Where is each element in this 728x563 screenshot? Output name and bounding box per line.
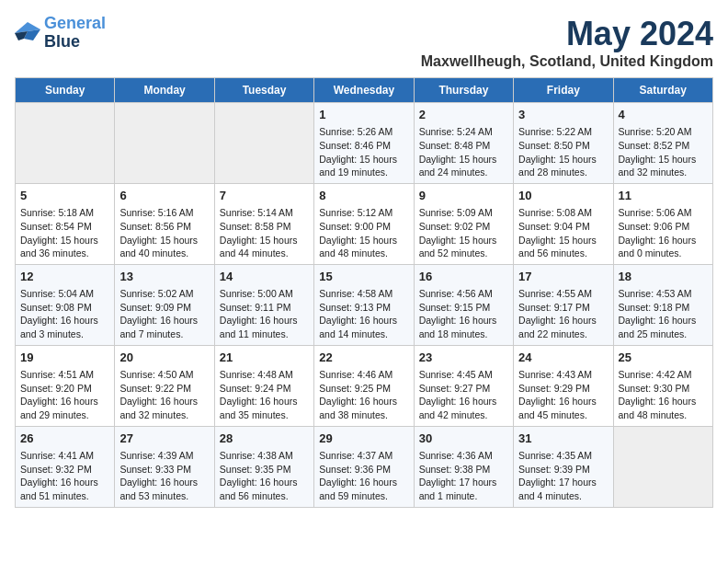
cell-text: and 19 minutes. <box>319 166 408 179</box>
calendar-cell: 3Sunrise: 5:22 AMSunset: 8:50 PMDaylight… <box>514 103 613 184</box>
calendar-cell: 26Sunrise: 4:41 AMSunset: 9:32 PMDayligh… <box>16 426 115 507</box>
cell-text: Sunrise: 4:58 AM <box>319 287 408 301</box>
cell-text: Sunset: 8:48 PM <box>419 139 508 153</box>
cell-text: and 28 minutes. <box>518 166 608 179</box>
day-header-sunday: Sunday <box>16 78 115 103</box>
week-row-4: 19Sunrise: 4:51 AMSunset: 9:20 PMDayligh… <box>16 345 713 426</box>
calendar-cell: 10Sunrise: 5:08 AMSunset: 9:04 PMDayligh… <box>514 183 613 264</box>
cell-text: Daylight: 16 hours <box>20 395 109 408</box>
cell-text: Sunrise: 5:06 AM <box>619 206 708 220</box>
cell-text: Daylight: 16 hours <box>20 314 109 327</box>
cell-text: Sunset: 8:50 PM <box>518 139 608 153</box>
cell-text: Daylight: 15 hours <box>518 234 608 247</box>
cell-text: and 25 minutes. <box>619 327 708 341</box>
calendar-cell <box>214 103 313 184</box>
cell-text: and 29 minutes. <box>20 408 109 422</box>
cell-text: Sunrise: 5:04 AM <box>20 287 109 301</box>
day-number: 31 <box>518 431 608 447</box>
day-number: 1 <box>319 107 408 123</box>
cell-text: Sunset: 9:39 PM <box>518 463 608 477</box>
cell-text: and 40 minutes. <box>119 247 209 260</box>
day-number: 11 <box>619 188 708 204</box>
cell-text: Daylight: 16 hours <box>119 395 209 408</box>
day-number: 19 <box>20 350 109 366</box>
logo: General Blue <box>15 15 106 52</box>
cell-text: and 36 minutes. <box>20 247 109 260</box>
cell-text: Sunset: 9:36 PM <box>319 463 408 477</box>
day-number: 17 <box>518 269 608 285</box>
cell-text: Sunrise: 4:53 AM <box>619 287 708 301</box>
cell-text: Sunset: 8:46 PM <box>319 139 408 153</box>
calendar-cell: 31Sunrise: 4:35 AMSunset: 9:39 PMDayligh… <box>514 426 613 507</box>
cell-text: Sunset: 9:06 PM <box>619 220 708 234</box>
cell-text: Sunrise: 4:45 AM <box>419 368 508 382</box>
cell-text: and 1 minute. <box>419 489 508 503</box>
cell-text: Daylight: 16 hours <box>518 314 608 327</box>
cell-text: and 0 minutes. <box>619 247 708 260</box>
cell-text: Daylight: 16 hours <box>319 476 408 489</box>
calendar-cell: 24Sunrise: 4:43 AMSunset: 9:29 PMDayligh… <box>514 345 613 426</box>
cell-text: Daylight: 16 hours <box>419 314 508 327</box>
cell-text: Sunset: 8:58 PM <box>220 220 309 234</box>
cell-text: Daylight: 16 hours <box>319 395 408 408</box>
calendar-cell <box>16 103 115 184</box>
week-row-5: 26Sunrise: 4:41 AMSunset: 9:32 PMDayligh… <box>16 426 713 507</box>
cell-text: Daylight: 15 hours <box>419 153 508 167</box>
cell-text: Daylight: 17 hours <box>518 476 608 489</box>
cell-text: and 32 minutes. <box>619 166 708 179</box>
cell-text: Sunset: 9:11 PM <box>220 301 309 315</box>
cell-text: Sunset: 9:24 PM <box>220 382 309 396</box>
day-number: 7 <box>220 188 309 204</box>
cell-text: Sunrise: 5:08 AM <box>518 206 608 220</box>
day-number: 6 <box>119 188 209 204</box>
calendar-cell: 8Sunrise: 5:12 AMSunset: 9:00 PMDaylight… <box>314 183 414 264</box>
cell-text: Sunset: 9:13 PM <box>319 301 408 315</box>
cell-text: Sunrise: 4:38 AM <box>220 449 309 463</box>
day-number: 5 <box>20 188 109 204</box>
cell-text: Sunset: 9:25 PM <box>319 382 408 396</box>
calendar-cell: 19Sunrise: 4:51 AMSunset: 9:20 PMDayligh… <box>16 345 115 426</box>
cell-text: Sunrise: 5:18 AM <box>20 206 109 220</box>
cell-text: Daylight: 15 hours <box>619 153 708 167</box>
day-number: 26 <box>20 431 109 447</box>
calendar-cell: 14Sunrise: 5:00 AMSunset: 9:11 PMDayligh… <box>214 264 313 345</box>
calendar-cell: 11Sunrise: 5:06 AMSunset: 9:06 PMDayligh… <box>613 183 712 264</box>
cell-text: Sunset: 9:08 PM <box>20 301 109 315</box>
cell-text: Sunrise: 4:35 AM <box>518 449 608 463</box>
cell-text: Sunrise: 4:42 AM <box>619 368 708 382</box>
calendar-cell: 15Sunrise: 4:58 AMSunset: 9:13 PMDayligh… <box>314 264 414 345</box>
day-number: 13 <box>119 269 209 285</box>
calendar-cell: 6Sunrise: 5:16 AMSunset: 8:56 PMDaylight… <box>115 183 214 264</box>
cell-text: Sunrise: 5:00 AM <box>220 287 309 301</box>
calendar-cell: 2Sunrise: 5:24 AMSunset: 8:48 PMDaylight… <box>414 103 513 184</box>
calendar-cell: 21Sunrise: 4:48 AMSunset: 9:24 PMDayligh… <box>214 345 313 426</box>
cell-text: Sunrise: 5:24 AM <box>419 125 508 139</box>
calendar-cell <box>115 103 214 184</box>
calendar-cell: 9Sunrise: 5:09 AMSunset: 9:02 PMDaylight… <box>414 183 513 264</box>
day-number: 27 <box>119 431 209 447</box>
day-number: 14 <box>220 269 309 285</box>
cell-text: and 35 minutes. <box>220 408 309 422</box>
cell-text: Sunset: 8:54 PM <box>20 220 109 234</box>
day-header-saturday: Saturday <box>613 78 712 103</box>
cell-text: and 44 minutes. <box>220 247 309 260</box>
cell-text: and 7 minutes. <box>119 327 209 341</box>
cell-text: and 56 minutes. <box>220 489 309 503</box>
calendar-cell: 18Sunrise: 4:53 AMSunset: 9:18 PMDayligh… <box>613 264 712 345</box>
cell-text: Daylight: 15 hours <box>419 234 508 247</box>
cell-text: Sunset: 9:29 PM <box>518 382 608 396</box>
cell-text: Sunset: 9:00 PM <box>319 220 408 234</box>
cell-text: and 3 minutes. <box>20 327 109 341</box>
day-header-tuesday: Tuesday <box>214 78 313 103</box>
cell-text: Sunset: 9:32 PM <box>20 463 109 477</box>
cell-text: Daylight: 15 hours <box>518 153 608 167</box>
cell-text: and 45 minutes. <box>518 408 608 422</box>
cell-text: Sunset: 9:02 PM <box>419 220 508 234</box>
cell-text: Daylight: 15 hours <box>119 234 209 247</box>
cell-text: Sunset: 9:09 PM <box>119 301 209 315</box>
calendar-cell: 17Sunrise: 4:55 AMSunset: 9:17 PMDayligh… <box>514 264 613 345</box>
cell-text: and 56 minutes. <box>518 247 608 260</box>
cell-text: Sunrise: 5:16 AM <box>119 206 209 220</box>
day-header-thursday: Thursday <box>414 78 513 103</box>
day-number: 8 <box>319 188 408 204</box>
